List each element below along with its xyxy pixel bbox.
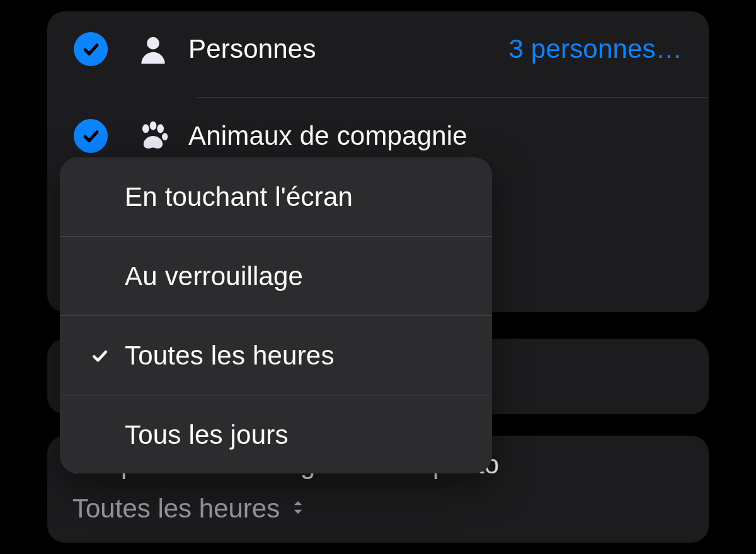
frequency-value: Toutes les heures	[72, 494, 280, 524]
svg-point-1	[142, 124, 149, 133]
checkmark-icon[interactable]	[74, 32, 108, 66]
frequency-popup: En touchant l'écran Au verrouillage Tout…	[60, 157, 492, 473]
frequency-option-tap[interactable]: En touchant l'écran	[60, 157, 492, 236]
filter-animaux-label: Animaux de compagnie	[188, 121, 682, 151]
svg-point-2	[150, 122, 157, 130]
svg-point-3	[157, 124, 164, 133]
filter-personnes-label: Personnes	[188, 34, 508, 64]
chevron-up-down-icon	[289, 498, 307, 519]
svg-point-0	[147, 37, 159, 50]
frequency-option-hourly[interactable]: Toutes les heures	[60, 316, 492, 395]
person-icon	[135, 31, 171, 67]
frequency-option-label: En touchant l'écran	[125, 182, 353, 212]
checkmark-icon	[88, 344, 111, 367]
frequency-selector[interactable]: Toutes les heures	[72, 494, 684, 524]
frequency-option-label: Au verrouillage	[125, 261, 303, 291]
frequency-option-label: Tous les jours	[125, 420, 289, 450]
filter-personnes-value[interactable]: 3 personnes…	[508, 34, 682, 64]
svg-point-4	[162, 133, 168, 140]
frequency-option-lock[interactable]: Au verrouillage	[60, 237, 492, 315]
frequency-option-label: Toutes les heures	[125, 341, 335, 371]
row-separator	[195, 97, 709, 98]
filter-row-personnes[interactable]: Personnes 3 personnes…	[47, 11, 709, 87]
checkmark-icon[interactable]	[74, 119, 108, 153]
paw-icon	[135, 118, 171, 154]
frequency-option-daily[interactable]: Tous les jours	[60, 395, 492, 473]
